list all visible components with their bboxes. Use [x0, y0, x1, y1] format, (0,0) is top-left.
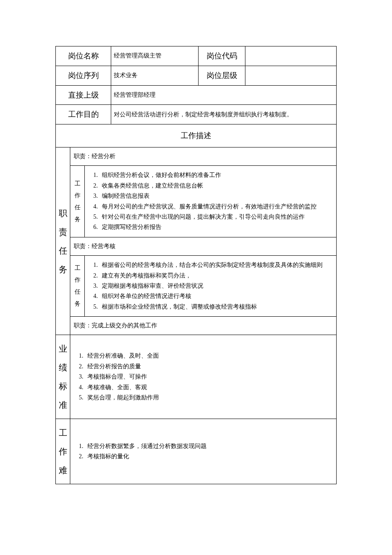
purpose-value: 对公司经营活动进行分析，制定经营考核制度并组织执行考核制度。	[111, 105, 337, 124]
list-item: 奖惩合理，能起到激励作用	[85, 393, 334, 403]
duty2-tasks: 根据省公司的经营考核办法，结合本公司的实际制定经营考核制度及具体的实施细则建立有…	[85, 256, 337, 317]
performance-side-label: 业绩标准	[56, 335, 70, 419]
list-item: 定期根据考核指标审查、评价经营状况	[99, 281, 334, 291]
list-item: 考核准确、全面、客观	[85, 382, 334, 393]
list-item: 考核指标合理、可操作	[85, 372, 334, 382]
list-item: 根据市场和企业经营情况，制定、调整或修改经营考核指标	[99, 302, 334, 312]
purpose-label: 工作目的	[56, 105, 111, 124]
list-item: 收集各类经营信息，建立经营信息台帐	[99, 181, 334, 191]
job-description-table: 岗位名称 经营管理高级主管 岗位代码 岗位序列 技术业务 岗位层级 直接上级 经…	[55, 46, 337, 484]
pos-level-label: 岗位层级	[199, 66, 245, 85]
list-item: 每月对公司的生产经营状况、服务质量情况进行分析，有效地进行生产经营的监控	[99, 202, 334, 212]
difficulty-items: 经营分析数据繁多，须通过分析数据发现问题考核指标的量化	[70, 419, 337, 484]
pos-level-value	[245, 66, 337, 85]
list-item: 组织经营分析会议，做好会前材料的准备工作	[99, 170, 334, 180]
duties-side-label: 职责任务	[56, 147, 70, 335]
performance-items: 经营分析准确、及时、全面经营分析报告的质量考核指标合理、可操作考核准确、全面、客…	[70, 335, 337, 419]
pos-series-label: 岗位序列	[56, 66, 111, 85]
list-item: 定期撰写经营分析报告	[99, 222, 334, 232]
pos-code-value	[245, 46, 337, 66]
list-item: 组织对各单位的经营情况进行考核	[99, 291, 334, 301]
task-label-2: 工作任务	[70, 256, 85, 317]
difficulty-side-label: 工作难	[56, 419, 70, 484]
list-item: 针对公司在生产经营中出现的问题，提出解决方案，引导公司走向良性的运作	[99, 212, 334, 222]
task-label-1: 工作任务	[70, 166, 85, 237]
list-item: 经营分析数据繁多，须通过分析数据发现问题	[85, 441, 334, 451]
pos-name-label: 岗位名称	[56, 46, 111, 66]
list-item: 经营分析准确、及时、全面	[85, 351, 334, 361]
supervisor-value: 经营管理部经理	[111, 85, 337, 105]
duty1-tasks: 组织经营分析会议，做好会前材料的准备工作收集各类经营信息，建立经营信息台帐编制经…	[85, 166, 337, 237]
duty1-title: 职责：经营分析	[70, 147, 337, 165]
work-description-title: 工作描述	[56, 124, 337, 147]
list-item: 考核指标的量化	[85, 451, 334, 462]
list-item: 建立有关的考核指标和奖罚办法，	[99, 271, 334, 281]
pos-series-value: 技术业务	[111, 66, 199, 85]
list-item: 根据省公司的经营考核办法，结合本公司的实际制定经营考核制度及具体的实施细则	[99, 260, 334, 270]
list-item: 编制经营信息报表	[99, 191, 334, 201]
pos-code-label: 岗位代码	[199, 46, 245, 66]
duty3-title: 职责：完成上级交办的其他工作	[70, 317, 337, 335]
supervisor-label: 直接上级	[56, 85, 111, 105]
list-item: 经营分析报告的质量	[85, 361, 334, 372]
pos-name-value: 经营管理高级主管	[111, 46, 199, 66]
duty2-title: 职责：经营考核	[70, 237, 337, 255]
